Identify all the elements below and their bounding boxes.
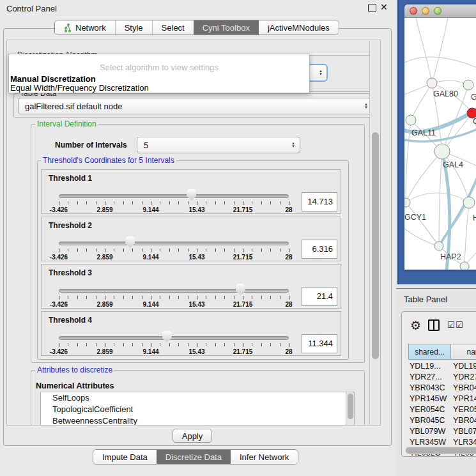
table-cell[interactable]: YDR27 [452, 372, 476, 383]
slider-tick-label: 2.859 [96, 348, 112, 355]
table-row[interactable]: YER054CYER05 [408, 405, 476, 416]
table-cell[interactable]: YBR043C [408, 383, 452, 394]
slider-tick [169, 343, 170, 346]
table-cell[interactable]: YBL07 [452, 427, 476, 438]
network-canvas[interactable]: GAL80GACGAL11GAL4GCY1HHAP2 [404, 18, 476, 270]
slider-thumb[interactable] [236, 284, 245, 295]
table-cell[interactable]: YBR04 [452, 383, 476, 394]
table-row[interactable]: YBL079WYBL07 [408, 427, 476, 438]
panel-scrollbar[interactable] [369, 41, 381, 426]
attribute-item[interactable]: BetweennessCentrality [41, 415, 354, 426]
slider-thumb[interactable] [125, 236, 135, 248]
gear-icon[interactable]: ⚙ [410, 318, 421, 333]
list-scrollbar[interactable] [346, 392, 354, 426]
list-scrollbar-thumb[interactable] [348, 394, 353, 419]
table-cell[interactable]: YER05 [452, 405, 476, 416]
slider-tick [270, 343, 271, 346]
table-cell[interactable]: YBR045C [408, 416, 452, 427]
attribute-item[interactable]: TopologicalCoefficient [41, 404, 354, 415]
threshold-slider[interactable]: -3.4262.8599.14415.4321.71528 [59, 285, 289, 307]
table-cell[interactable]: YDR27... [408, 372, 452, 383]
tab-select[interactable]: Select [152, 20, 194, 35]
node-GCY1[interactable] [404, 198, 410, 207]
table-row[interactable]: YBR045CYBR04 [408, 416, 476, 427]
node-GAL4[interactable] [434, 144, 450, 159]
slider-tick-label: 21.715 [233, 254, 253, 261]
table-hscrollbar-thumb[interactable] [406, 447, 476, 454]
number-of-intervals-combobox[interactable]: 5 ▲▼ [137, 137, 300, 153]
slider-tick-label: -3.426 [50, 348, 68, 355]
slider-tick [142, 249, 142, 252]
slider-tick [132, 249, 133, 252]
table-data-combobox[interactable]: galFiltered.sif default node ▲▼ [18, 98, 373, 114]
spinner-down-icon: ▼ [364, 106, 368, 109]
tab-cyni-toolbox[interactable]: Cyni Toolbox [194, 20, 259, 35]
minimize-traffic-light[interactable] [422, 7, 429, 15]
node-GAL80[interactable] [427, 78, 437, 88]
zoom-traffic-light[interactable] [434, 7, 441, 15]
table-cell[interactable]: YPR14 [452, 394, 476, 405]
node-HAP2[interactable] [434, 242, 443, 250]
slider-track[interactable] [59, 194, 289, 198]
tab-network[interactable]: Network [55, 20, 115, 35]
table-cell[interactable]: YER054C [408, 405, 452, 416]
slider-tick [114, 343, 114, 346]
column-header-shared[interactable]: shared... [408, 344, 451, 360]
tab-impute-data[interactable]: Impute Data [93, 450, 157, 464]
slider-track[interactable] [59, 242, 289, 245]
tab-jactivemnodules[interactable]: jActiveMNodules [259, 20, 339, 35]
slider-tick [224, 343, 225, 346]
dropdown-option-equal-width[interactable]: Equal Width/Frequency Discretization [10, 83, 149, 93]
node[interactable] [463, 80, 473, 90]
threshold-slider[interactable]: -3.4262.8599.14415.4321.71528 [59, 238, 289, 259]
table-hscrollbar[interactable] [405, 447, 476, 454]
table-row[interactable]: YDR27...YDR27 [408, 372, 476, 383]
slider-tick [243, 249, 243, 252]
attribute-item[interactable]: SelfLoops [41, 392, 354, 404]
split-columns-icon[interactable] [428, 319, 440, 331]
group-title: Interval Definition [35, 119, 98, 128]
tab-infer-network[interactable]: Infer Network [231, 450, 298, 464]
node[interactable] [463, 197, 475, 208]
slider-thumb[interactable] [162, 331, 172, 342]
panel-scrollbar-thumb[interactable] [372, 132, 379, 359]
node-GAL11[interactable] [406, 115, 416, 125]
node[interactable] [460, 262, 469, 270]
slider-track[interactable] [59, 289, 289, 293]
slider-tick [77, 249, 78, 252]
table-row[interactable]: YBR043CYBR04 [408, 383, 476, 394]
threshold-value-field[interactable]: 21.4 [302, 287, 337, 306]
threshold-value-field[interactable]: 6.316 [302, 240, 337, 259]
threshold-slider[interactable]: -3.4262.8599.14415.4321.71528 [59, 332, 289, 354]
slider-track[interactable] [59, 336, 289, 340]
threshold-value-field[interactable]: 11.344 [302, 334, 337, 353]
tab-label: Impute Data [102, 452, 148, 462]
close-traffic-light[interactable] [410, 7, 417, 15]
table-cell[interactable]: YPR145W [408, 394, 452, 405]
numerical-attributes-list[interactable]: SelfLoopsTopologicalCoefficientBetweenne… [40, 392, 355, 426]
close-icon[interactable]: ✕ [380, 2, 388, 12]
table-cell[interactable]: YBR04 [452, 416, 476, 427]
float-icon[interactable] [368, 4, 376, 12]
slider-tick [160, 249, 160, 252]
network-window-titlebar[interactable] [404, 4, 476, 18]
table-row[interactable]: YPR145WYPR14 [408, 394, 476, 405]
panel-splitter[interactable] [396, 288, 476, 289]
threshold-value-field[interactable]: 14.713 [302, 192, 337, 211]
apply-button[interactable]: Apply [173, 429, 212, 443]
threshold-slider[interactable]: -3.4262.8599.14415.4321.71528 [59, 190, 289, 212]
tab-discretize-data[interactable]: Discretize Data [157, 450, 231, 464]
column-header-name[interactable]: name [451, 344, 476, 360]
slider-tick [206, 343, 206, 346]
table-cell[interactable]: YDL19 [452, 362, 476, 372]
checkbox-icon[interactable]: ☑ [447, 320, 455, 330]
table-cell[interactable]: YBL079W [408, 427, 452, 438]
dropdown-option-manual[interactable]: Manual Discretization [10, 74, 96, 84]
slider-thumb[interactable] [187, 189, 196, 201]
tab-style[interactable]: Style [115, 20, 152, 35]
checkbox-icon[interactable]: ☑ [456, 320, 463, 330]
table-row[interactable]: YDL19...YDL19 [408, 362, 476, 372]
threshold-label: Threshold 4 [49, 316, 92, 325]
slider-tick [59, 249, 59, 252]
table-cell[interactable]: YDL19... [408, 362, 452, 372]
